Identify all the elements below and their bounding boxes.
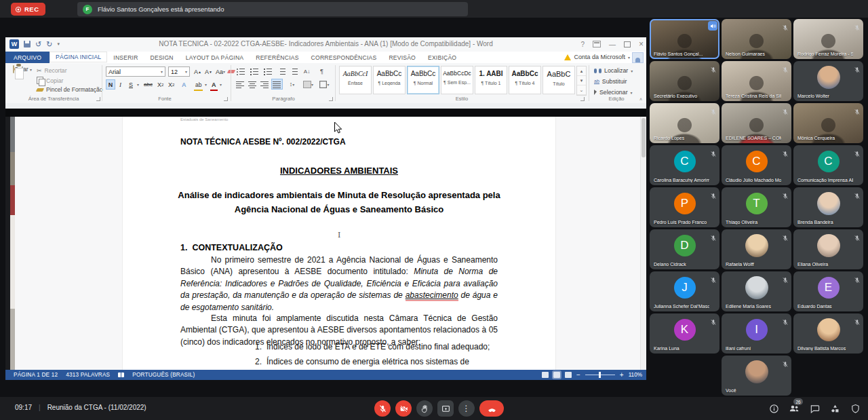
participant-tile[interactable]: Dilvany Batista Marcos [793,313,863,354]
restore-icon[interactable] [624,41,631,47]
tab-referencias[interactable]: REFERÊNCIAS [250,52,304,63]
decrease-indent-button[interactable] [275,66,287,77]
style-enfase[interactable]: AaBbCcI Ênfase [339,66,372,94]
save-icon[interactable] [24,41,31,47]
tab-exibicao[interactable]: EXIBIÇÃO [422,52,462,63]
minimize-icon[interactable]: — [609,41,616,48]
sort-button[interactable]: A↓ [301,66,313,77]
replace-button[interactable]: ab Substituir [594,78,627,85]
format-painter-button[interactable]: Pincel de Formatação [37,86,103,93]
participants-button[interactable]: 26 [787,401,802,416]
activities-button[interactable] [827,401,842,416]
style-titulo[interactable]: AaBbC Título [542,66,575,94]
find-button[interactable]: Localizar ▾ [594,67,633,74]
font-size-combo[interactable]: 12▾ [168,66,190,77]
participant-tile[interactable]: Marcelo Wolter [793,61,863,101]
meeting-details-button[interactable] [766,401,781,416]
font-color-button[interactable]: A [210,79,218,90]
word-count[interactable]: 4313 PALAVRAS [66,372,110,378]
participant-tile[interactable]: PPedro Luís Prado Franco [650,187,719,227]
style-normal[interactable]: AaBbCc ¶ Normal [407,66,439,94]
justify-button[interactable] [271,79,283,90]
customize-qat-icon[interactable]: ▾ [57,41,60,47]
font-dialog-launcher[interactable] [224,97,228,101]
highlight-button[interactable]: ab [194,79,203,90]
underline-button[interactable]: S [127,79,134,90]
document-area[interactable]: Estaduais de Saneamento NOTA TÉCNICA AES… [5,117,646,370]
participant-tile[interactable]: Iiliani cafruni [722,313,791,354]
participant-tile[interactable]: Eliana Oliveira [793,229,863,269]
participant-tile[interactable]: Rafaela Wolff [722,229,791,269]
subscript-button[interactable]: X2 [156,79,165,90]
increase-indent-button[interactable] [288,66,299,77]
style-legenda[interactable]: AaBbCc ¶ Legenda [373,66,406,94]
help-icon[interactable]: ? [580,41,585,48]
highlight-menu-icon[interactable]: ▾ [203,79,208,90]
collapse-ribbon-icon[interactable]: ˄ [639,97,642,102]
zoom-level[interactable]: 110% [629,372,642,378]
align-left-button[interactable] [235,79,246,90]
account-control[interactable]: Conta da Microsoft ▾ [564,54,630,60]
italic-button[interactable]: I [118,79,123,90]
shading-button[interactable]: ▾ [302,79,314,90]
text-effects-button[interactable]: A [180,79,188,90]
bold-button[interactable]: N [106,79,115,90]
style-titulo-1[interactable]: 1. AABI ¶ Título 1 [475,66,507,94]
account-avatar[interactable] [632,52,644,63]
camera-off-button[interactable] [395,400,412,417]
print-layout-icon[interactable] [553,372,560,378]
redo-icon[interactable]: ↻ [46,40,52,49]
more-options-button[interactable]: ⋮ [458,400,475,417]
read-mode-icon[interactable] [542,372,549,378]
participant-tile[interactable]: Mônica Cerqueira [793,103,863,143]
cut-button[interactable]: ✂ Recortar [37,67,67,74]
scrollbar[interactable] [640,117,646,370]
participant-tile[interactable]: TThiago Oliveira [722,187,791,227]
participant-tile[interactable]: KKarina Luna [650,313,719,354]
bullets-button[interactable] [235,66,246,77]
font-color-menu-icon[interactable]: ▾ [218,79,223,90]
zoom-slider[interactable] [585,375,615,375]
end-call-button[interactable] [479,400,504,417]
underline-menu-icon[interactable]: ▾ [136,79,140,90]
style-titulo-4[interactable]: AaBbCc ¶ Título 4 [509,66,541,94]
participant-tile[interactable]: Rodrigo Ferraz Moreira - Sa... [793,19,863,59]
copy-button[interactable]: Copiar [37,77,63,84]
participant-tile[interactable]: JJulianna Schefer Dal'Maso [650,271,719,311]
participant-tile[interactable]: EEduardo Dantas [793,271,863,311]
participant-tile[interactable]: EDILENE SOARES – COMPE... [722,103,791,143]
style-sem-espacamento[interactable]: AaBbCcDc ¶ Sem Esp... [441,66,473,94]
participant-tile[interactable]: Tereza Cristina Reis da Silva [722,61,791,101]
tab-arquivo[interactable]: ARQUIVO [5,52,50,63]
participant-tile[interactable]: Flávio Santos Gonçal... [650,19,719,59]
tab-pagina-inicial[interactable]: PÁGINA INICIAL [50,52,107,63]
zoom-slider-thumb[interactable] [599,372,601,378]
participant-tile[interactable]: Edilene Maria Soares [722,271,791,311]
tab-layout[interactable]: LAYOUT DA PÁGINA [180,52,250,63]
borders-button[interactable]: ▾ [319,79,330,90]
host-controls-button[interactable] [848,401,863,416]
participant-tile[interactable]: Nelson Guimaraes [722,19,791,59]
zoom-in-icon[interactable]: + [620,371,624,379]
align-right-button[interactable] [259,79,271,90]
undo-icon[interactable]: ↺ [35,40,41,49]
shrink-font-button[interactable]: A▼ [203,66,214,77]
line-spacing-button[interactable]: ↕▾ [286,79,298,90]
multilevel-list-button[interactable] [262,66,273,77]
change-case-button[interactable]: Aa▾ [214,66,226,77]
align-center-button[interactable] [247,79,258,90]
superscript-button[interactable]: X2 [167,79,176,90]
chat-button[interactable] [807,401,822,416]
page-indicator[interactable]: PÁGINA 1 DE 12 [14,372,58,378]
mic-off-button[interactable] [374,400,391,417]
zoom-out-icon[interactable]: − [576,371,580,379]
language-indicator[interactable]: PORTUGUÊS (BRASIL) [132,372,195,378]
select-button[interactable]: Selecionar ▾ [594,89,633,96]
participant-tile[interactable]: Brenda Bandeira [793,187,863,227]
participant-tile[interactable]: Secretário Executivo [650,61,719,101]
document-page[interactable]: Estaduais de Saneamento NOTA TÉCNICA AES… [122,117,556,370]
paragraph-dialog-launcher[interactable] [329,97,333,101]
close-icon[interactable]: × [639,39,644,49]
web-layout-icon[interactable] [565,372,572,378]
grow-font-button[interactable]: A▲ [193,66,203,77]
